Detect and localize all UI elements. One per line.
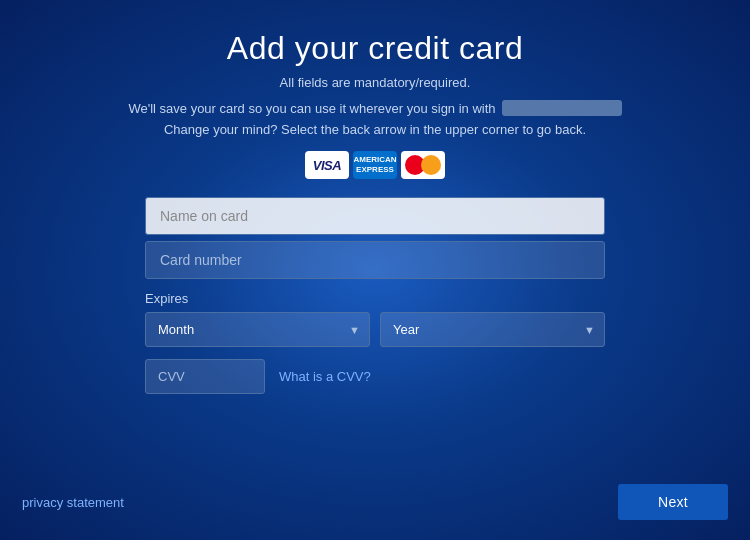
visa-logo: VISA (305, 151, 349, 179)
month-select-wrapper: Month January February March April May J… (145, 312, 370, 347)
credit-card-form: Expires Month January February March Apr… (145, 197, 605, 394)
save-info-text: We'll save your card so you can use it w… (128, 101, 495, 116)
back-info-text: Change your mind? Select the back arrow … (164, 122, 586, 137)
cvv-help-link[interactable]: What is a CVV? (279, 369, 371, 384)
privacy-statement-link[interactable]: privacy statement (22, 495, 124, 510)
cvv-input[interactable] (145, 359, 265, 394)
year-select[interactable]: Year 2024 2025 2026 2027 2028 2029 2030 (380, 312, 605, 347)
mc-orange-circle (421, 155, 441, 175)
blurred-account (502, 100, 622, 116)
expires-row: Month January February March April May J… (145, 312, 605, 347)
month-select[interactable]: Month January February March April May J… (145, 312, 370, 347)
next-button[interactable]: Next (618, 484, 728, 520)
page-title: Add your credit card (227, 30, 523, 67)
save-info-row: We'll save your card so you can use it w… (128, 100, 621, 116)
mastercard-logo (401, 151, 445, 179)
footer: privacy statement Next (0, 484, 750, 520)
expires-label: Expires (145, 291, 605, 306)
cvv-row: What is a CVV? (145, 359, 605, 394)
subtitle-text: All fields are mandatory/required. (280, 75, 471, 90)
year-select-wrapper: Year 2024 2025 2026 2027 2028 2029 2030 … (380, 312, 605, 347)
card-number-input[interactable] (145, 241, 605, 279)
card-logos-row: VISA AMERICANEXPRESS (305, 151, 445, 179)
page-wrapper: Add your credit card All fields are mand… (0, 0, 750, 540)
amex-logo: AMERICANEXPRESS (353, 151, 397, 179)
name-on-card-input[interactable] (145, 197, 605, 235)
